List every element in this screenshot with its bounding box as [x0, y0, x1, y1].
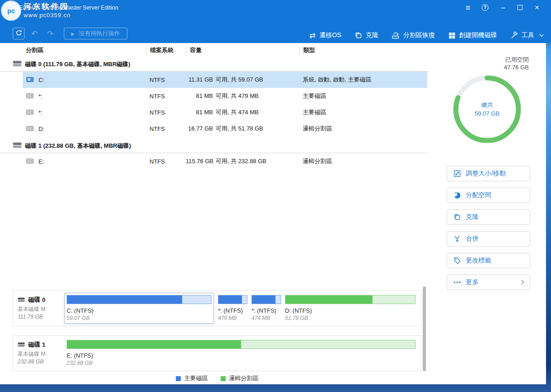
play-icon: ▶ — [71, 31, 75, 36]
window-title: EaseUS Partition Master Server Edition — [19, 5, 118, 11]
disk-map: 磁碟 0 基本磁碟 M. 111.79 GB C: (NTFS) 59.07 G… — [13, 290, 421, 380]
clone-icon — [355, 32, 362, 39]
more-button[interactable]: 更多 — [447, 275, 530, 290]
disk-size: 232.88 GB — [18, 358, 67, 365]
partition-name: *: — [39, 93, 43, 100]
drive-icon — [26, 126, 34, 132]
partition-row-c[interactable]: C: NTFS 11.31 GB 可用, 共 59.07 GB 系統, 啟動, … — [0, 72, 428, 88]
partition-block-star-2[interactable]: *: (NTFS) 474 MB — [251, 295, 281, 321]
refresh-icon — [15, 29, 22, 38]
chevron-down-icon — [539, 34, 544, 37]
undo-icon[interactable]: ↶ — [29, 29, 40, 39]
disk-icon — [18, 342, 25, 348]
clone-toolbar-button[interactable]: 克隆 — [355, 31, 378, 39]
partition-block-label: D: (NTFS) — [285, 307, 416, 314]
close-button[interactable]: × — [534, 4, 540, 11]
disk-icon — [13, 142, 22, 150]
filesystem-value: NTFS — [146, 126, 186, 132]
column-header-capacity[interactable]: 容量 — [186, 47, 299, 54]
filesystem-value: NTFS — [146, 93, 186, 100]
clone-label: 克隆 — [366, 31, 378, 39]
more-icon — [454, 281, 461, 283]
toolbar-right-group: ⇄ 遷移OS 克隆 分割區恢復 — [309, 31, 544, 39]
resize-move-button[interactable]: 調整大小/移動 — [447, 166, 530, 181]
redo-icon[interactable]: ↷ — [44, 29, 56, 39]
clone-label: 克隆 — [466, 213, 478, 221]
merge-button[interactable]: 合併 — [447, 231, 530, 247]
disk-1-header-row[interactable]: 磁碟 1 (232.88 GB, 基本磁碟, MBR磁碟) — [0, 139, 428, 153]
disk-size: 111.79 GB — [18, 314, 67, 320]
partition-block-size: 59.07 GB — [67, 315, 212, 321]
partition-usage-bar — [251, 295, 281, 304]
type-value: 系統, 啟動, 啟動, 主要磁區 — [299, 76, 428, 84]
partition-block-label: *: (NTFS) — [218, 307, 247, 314]
menu-icon[interactable]: ≡ — [465, 4, 470, 12]
capacity-value: 可用, 共 474 MB — [216, 108, 259, 116]
partition-recovery-button[interactable]: 分割區恢復 — [392, 31, 435, 39]
help-icon[interactable]: ? — [482, 4, 488, 11]
partition-block-c[interactable]: C: (NTFS) 59.07 GB — [64, 293, 214, 324]
scrollbar[interactable] — [423, 286, 426, 371]
free-space-value: 81 MB — [186, 109, 213, 116]
merge-label: 合併 — [466, 235, 478, 243]
system-drive-icon — [26, 77, 34, 83]
partition-row-star-2[interactable]: *: NTFS 81 MB 可用, 共 474 MB 主要磁區 — [0, 104, 428, 121]
migrate-os-button[interactable]: ⇄ 遷移OS — [309, 31, 341, 39]
refresh-button[interactable] — [13, 28, 24, 39]
free-space-value: 115.76 GB — [186, 158, 213, 165]
tools-button[interactable]: 工具 — [511, 31, 544, 39]
pending-operations-box[interactable]: ▶ 沒有待執行操作 — [64, 28, 127, 39]
partition-row-e[interactable]: E: NTFS 115.76 GB 可用, 共 232.88 GB 邏輯分割區 — [0, 153, 428, 169]
type-value: 主要磁區 — [299, 108, 428, 116]
chevron-right-icon — [521, 279, 524, 286]
used-space-block: 已用空間 47.76 GB — [428, 56, 546, 71]
partition-block-e[interactable]: E: (NTFS) 232.88 GB — [67, 340, 416, 366]
partition-block-star-1[interactable]: *: (NTFS) 479 MB — [218, 295, 247, 321]
legend-primary: 主要磁區 — [176, 374, 208, 382]
free-space-value: 16.77 GB — [186, 125, 213, 132]
used-space-label: 已用空間 — [428, 56, 529, 63]
partition-row-star-1[interactable]: *: NTFS 81 MB 可用, 共 479 MB 主要磁區 — [0, 88, 428, 104]
maximize-button[interactable] — [517, 5, 522, 10]
capacity-value: 可用, 共 51.78 GB — [216, 125, 263, 133]
filesystem-value: NTFS — [146, 158, 186, 165]
disk-1-map-info: 磁碟 1 基本磁碟 M. 232.88 GB — [18, 340, 67, 367]
disk-1-partitions: E: (NTFS) 232.88 GB — [67, 340, 416, 367]
partition-block-size: 474 MB — [251, 315, 281, 321]
partition-block-d[interactable]: D: (NTFS) 51.78 GB — [285, 295, 416, 321]
disk-0-header-row[interactable]: 磁碟 0 (111.79 GB, 基本磁碟, MBR磁碟) — [0, 57, 428, 72]
partition-name: *: — [39, 109, 43, 116]
migrate-os-label: 遷移OS — [319, 31, 341, 39]
drive-icon — [26, 93, 34, 100]
create-bootable-disk-button[interactable]: 創建開機磁碟 — [449, 31, 497, 39]
create-bootable-disk-label: 創建開機磁碟 — [459, 31, 497, 39]
legend-logical: 邏輯分割區 — [221, 374, 259, 382]
titlebar: EaseUS Partition Master Server Edition ≡… — [0, 0, 551, 15]
partition-legend: 主要磁區 邏輯分割區 — [13, 374, 421, 382]
partition-block-label: *: (NTFS) — [251, 307, 281, 314]
allocate-space-button[interactable]: 分配空間 — [447, 188, 530, 203]
type-value: 主要磁區 — [299, 92, 428, 100]
type-value: 邏輯分割區 — [299, 157, 428, 165]
capacity-value: 可用, 共 232.88 GB — [216, 157, 266, 165]
total-value: 59.07 GB — [475, 109, 500, 118]
column-header-partition[interactable]: 分割區 — [0, 47, 146, 54]
partition-name: D: — [39, 126, 44, 132]
clone-button[interactable]: 克隆 — [447, 209, 530, 225]
resize-move-icon — [454, 170, 461, 177]
usage-donut-chart: 總共 59.07 GB — [451, 73, 523, 145]
filesystem-value: NTFS — [146, 109, 186, 116]
partition-block-size: 232.88 GB — [67, 360, 416, 366]
sidebar: 已用空間 47.76 GB 總共 59.07 GB 調整大小/ — [428, 43, 546, 384]
change-label-button[interactable]: 更改標籤 — [447, 253, 530, 268]
column-header-type[interactable]: 類型 — [299, 47, 428, 54]
disk-0-map-row: 磁碟 0 基本磁碟 M. 111.79 GB C: (NTFS) 59.07 G… — [13, 290, 421, 326]
partition-usage-bar — [218, 295, 247, 304]
main-area: 分割區 檔案系統 容量 類型 磁碟 0 (111.79 GB, 基本磁碟, MB… — [0, 43, 546, 384]
partition-row-d[interactable]: D: NTFS 16.77 GB 可用, 共 51.78 GB 邏輯分割區 — [0, 121, 428, 137]
minimize-button[interactable]: – — [500, 4, 506, 11]
migrate-os-icon: ⇄ — [309, 32, 316, 39]
column-header-filesystem[interactable]: 檔案系統 — [146, 47, 186, 54]
partition-block-size: 479 MB — [218, 315, 247, 321]
partition-name: C: — [39, 77, 44, 83]
